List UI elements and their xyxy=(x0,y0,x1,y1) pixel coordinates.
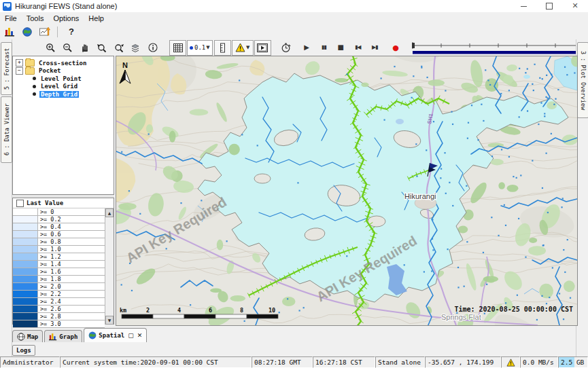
tab-graph[interactable]: Graph xyxy=(44,330,82,342)
interval-value: 0.1 xyxy=(194,44,205,51)
legend-scrollbar[interactable]: ▲ ▼ xyxy=(105,208,114,325)
scroll-down-icon[interactable]: ▼ xyxy=(105,316,114,325)
legend-row: >= 1.0 xyxy=(13,246,105,253)
tab-plot-overview[interactable]: 3 : Plot Overview xyxy=(577,42,588,118)
menu-tools[interactable]: Tools xyxy=(22,14,49,22)
timeseries-dialog-button[interactable] xyxy=(37,25,53,39)
tree-item-level-point[interactable]: Level Point xyxy=(13,75,114,83)
status-system-time: Current system time:2020-09-01 00:00 CST xyxy=(60,356,252,368)
info-button[interactable] xyxy=(144,40,161,56)
status-memory[interactable]: 2.5 GB xyxy=(558,356,588,368)
globe-icon xyxy=(17,333,25,341)
app-icon xyxy=(3,2,12,11)
play-button[interactable]: ▶ xyxy=(298,40,315,56)
legend-swatch xyxy=(13,223,38,230)
map-view[interactable]: SH1 Hikurangi Springs Flat API Key Requi… xyxy=(116,56,578,326)
undock-icon[interactable]: ▢ xyxy=(128,332,134,339)
svg-text:4: 4 xyxy=(177,307,181,314)
scroll-up-icon[interactable]: ▲ xyxy=(105,208,114,217)
legend-swatch xyxy=(13,283,38,290)
pan-button[interactable] xyxy=(76,40,93,56)
logs-button[interactable]: Logs xyxy=(12,345,35,356)
pause-icon: ▮▮ xyxy=(322,45,326,50)
collapse-icon[interactable]: − xyxy=(16,67,23,75)
node-bullet-icon xyxy=(33,85,36,88)
menu-help[interactable]: Help xyxy=(84,14,109,22)
step-back-button[interactable]: ▮◀ xyxy=(349,40,366,56)
map-toolbar: 0.1 ▼ ▼ xyxy=(12,39,576,56)
record-button[interactable]: ● xyxy=(387,40,404,56)
legend-swatch xyxy=(13,261,38,268)
maximize-icon xyxy=(546,3,553,10)
tab-data-viewer[interactable]: 6 : Data Viewer xyxy=(1,96,12,163)
explorer-button[interactable] xyxy=(1,25,18,39)
legend-swatch xyxy=(13,320,38,327)
legend-swatch xyxy=(13,306,38,312)
warning-dropdown-button[interactable]: ▼ xyxy=(232,40,254,56)
animation-button[interactable] xyxy=(254,40,271,56)
zoom-previous-icon xyxy=(97,43,107,53)
maximize-button[interactable] xyxy=(536,0,562,12)
status-user: Administrator xyxy=(0,356,60,368)
legend-row: >= 0.8 xyxy=(13,238,105,246)
legend-swatch xyxy=(13,268,38,275)
stop-button[interactable]: ■ xyxy=(332,40,349,56)
tree-item-pocket[interactable]: − Pocket xyxy=(13,67,114,75)
last-value-label: Last Value xyxy=(27,200,63,206)
legend-row: >= 0.2 xyxy=(13,216,105,223)
map-canvas[interactable]: SH1 Hikurangi Springs Flat API Key Requi… xyxy=(116,56,577,325)
legend-row: >= 0 xyxy=(13,208,105,216)
zoom-in-button[interactable] xyxy=(42,40,59,56)
layers-icon xyxy=(131,43,141,52)
step-back-icon: ▮◀ xyxy=(355,45,361,50)
status-coordinates: -35.657 , 174.199 xyxy=(425,356,501,368)
legend-swatch xyxy=(13,216,38,223)
legend-row: >= 3.0 xyxy=(13,320,105,328)
timeline-handle[interactable] xyxy=(412,43,415,48)
pause-button[interactable]: ▮▮ xyxy=(315,40,332,56)
warning-icon xyxy=(506,358,515,367)
expand-icon[interactable]: + xyxy=(16,59,23,67)
node-bullet-icon xyxy=(33,77,36,80)
timeline-slider[interactable] xyxy=(410,41,588,55)
legend-swatch xyxy=(13,246,38,253)
locality-label: Springs Flat xyxy=(441,313,481,321)
help-button[interactable]: ? xyxy=(63,25,80,39)
timer-button[interactable] xyxy=(277,40,294,56)
tab-map[interactable]: Map xyxy=(12,330,43,342)
tab-forecast[interactable]: 5 : Forecast xyxy=(1,42,12,95)
legend-row: >= 2.0 xyxy=(13,283,105,291)
tree-item-depth-grid[interactable]: Depth Grid xyxy=(13,90,114,98)
scale-bar-button[interactable] xyxy=(214,40,231,56)
grid-display-button[interactable] xyxy=(169,40,186,56)
svg-text:N: N xyxy=(122,61,128,69)
status-local-time: 16:27:18 CST xyxy=(313,356,375,368)
step-forward-button[interactable]: ▶▮ xyxy=(366,40,383,56)
zoom-next-button[interactable] xyxy=(110,40,127,56)
legend-row: >= 0.4 xyxy=(13,223,105,231)
legend-swatch xyxy=(13,298,38,305)
legend-row: >= 0.6 xyxy=(13,231,105,238)
layers-button[interactable] xyxy=(127,40,144,56)
legend-row: >= 2.8 xyxy=(13,313,105,320)
tab-spatial[interactable]: Spatial ▢ ✕ xyxy=(84,328,147,342)
spatial-display-button[interactable] xyxy=(19,25,35,39)
toolbar-separator xyxy=(57,26,58,37)
last-value-checkbox[interactable] xyxy=(16,200,24,207)
legend-swatch xyxy=(13,253,38,260)
zoom-out-button[interactable] xyxy=(59,40,76,56)
status-warning[interactable] xyxy=(501,356,520,368)
zoom-previous-button[interactable] xyxy=(93,40,110,56)
menu-file[interactable]: File xyxy=(0,14,22,22)
minimize-button[interactable] xyxy=(511,0,536,12)
interval-dropdown[interactable]: 0.1 ▼ xyxy=(187,40,213,56)
close-tab-icon[interactable]: ✕ xyxy=(137,332,143,339)
folder-icon xyxy=(25,59,35,67)
legend-row: >= 2.2 xyxy=(13,291,105,298)
node-bullet-icon xyxy=(33,92,36,96)
step-forward-icon: ▶▮ xyxy=(372,45,378,50)
tree-item-level-grid[interactable]: Level Grid xyxy=(13,83,114,91)
menu-options[interactable]: Options xyxy=(48,14,84,22)
close-button[interactable]: ✕ xyxy=(562,0,588,12)
window-title: Hikurangi FEWS (Stand alone) xyxy=(15,2,117,10)
